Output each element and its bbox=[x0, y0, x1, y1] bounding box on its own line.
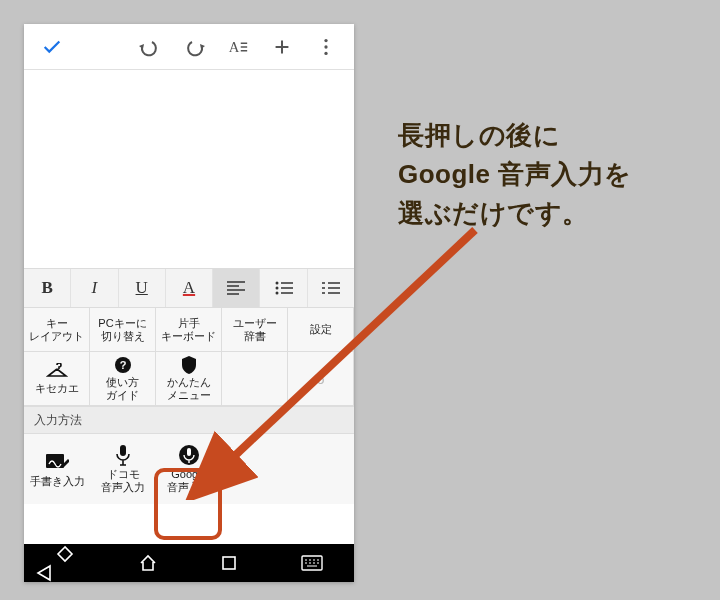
format-toolbar: B I U A bbox=[24, 268, 354, 308]
svg-rect-12 bbox=[187, 448, 191, 456]
ime-kisekae[interactable]: キセカエ bbox=[24, 352, 90, 406]
handwriting-icon bbox=[45, 451, 69, 473]
numbered-list-button[interactable] bbox=[308, 269, 354, 307]
undo-button[interactable] bbox=[130, 27, 170, 67]
document-area[interactable] bbox=[24, 70, 354, 268]
ime-docomo-voice[interactable]: ドコモ 音声入力 bbox=[90, 434, 156, 504]
svg-point-3 bbox=[324, 51, 327, 54]
ime-handwriting[interactable]: 手書き入力 bbox=[24, 434, 90, 504]
ime-google-voice[interactable]: Google 音声入力 bbox=[156, 434, 222, 504]
nav-home-button[interactable] bbox=[138, 553, 158, 573]
annotation-line: 選ぶだけです。 bbox=[398, 194, 632, 233]
nav-recent-button[interactable] bbox=[220, 554, 238, 572]
ime-one-hand[interactable]: 片手 キーボード bbox=[156, 308, 222, 352]
ime-panel: キー レイアウト PCキーに 切り替え 片手 キーボード ユーザー 辞書 設定 … bbox=[24, 308, 354, 504]
svg-rect-9 bbox=[46, 454, 64, 468]
mic-filled-icon bbox=[178, 444, 200, 466]
ime-key-6[interactable]: 6 bbox=[288, 352, 354, 406]
annotation-line: 長押しの後に bbox=[398, 116, 632, 155]
ime-key-layout[interactable]: キー レイアウト bbox=[24, 308, 90, 352]
svg-point-6 bbox=[275, 292, 278, 295]
ime-settings[interactable]: 設定 bbox=[288, 308, 354, 352]
text-color-label: A bbox=[183, 278, 195, 298]
svg-point-5 bbox=[275, 287, 278, 290]
svg-text:?: ? bbox=[119, 359, 126, 371]
underline-button[interactable]: U bbox=[119, 269, 166, 307]
ime-method-blank-1[interactable] bbox=[222, 434, 288, 504]
text-format-button[interactable]: A bbox=[218, 27, 258, 67]
shield-icon bbox=[181, 356, 197, 374]
ime-input-methods-row: 手書き入力 ドコモ 音声入力 Google 音声入力 bbox=[24, 434, 354, 504]
add-button[interactable] bbox=[262, 27, 302, 67]
ime-section-header-label: 入力方法 bbox=[34, 412, 82, 429]
svg-point-4 bbox=[275, 282, 278, 285]
bold-button[interactable]: B bbox=[24, 269, 71, 307]
text-color-button[interactable]: A bbox=[166, 269, 213, 307]
ime-key-blank-1[interactable] bbox=[222, 352, 288, 406]
svg-point-1 bbox=[324, 38, 327, 41]
mic-icon bbox=[115, 444, 131, 466]
align-left-button[interactable] bbox=[213, 269, 260, 307]
svg-point-2 bbox=[324, 45, 327, 48]
hanger-icon bbox=[46, 362, 68, 380]
confirm-button[interactable] bbox=[32, 27, 72, 67]
annotation-line: Google 音声入力を bbox=[398, 155, 632, 194]
redo-button[interactable] bbox=[174, 27, 214, 67]
bullet-list-button[interactable] bbox=[260, 269, 307, 307]
ime-user-dict[interactable]: ユーザー 辞書 bbox=[222, 308, 288, 352]
nav-back-button[interactable] bbox=[55, 544, 75, 582]
android-nav-bar bbox=[24, 544, 354, 582]
annotation-text: 長押しの後に Google 音声入力を 選ぶだけです。 bbox=[398, 116, 632, 233]
app-bar: A bbox=[24, 24, 354, 70]
nav-keyboard-button[interactable] bbox=[301, 555, 323, 571]
svg-rect-10 bbox=[120, 445, 126, 456]
ime-method-blank-2[interactable] bbox=[288, 434, 354, 504]
ime-easy-menu[interactable]: かんたん メニュー bbox=[156, 352, 222, 406]
svg-text:A: A bbox=[229, 38, 240, 54]
italic-button[interactable]: I bbox=[71, 269, 118, 307]
ime-usage-guide[interactable]: ? 使い方 ガイド bbox=[90, 352, 156, 406]
ime-pc-key-switch[interactable]: PCキーに 切り替え bbox=[90, 308, 156, 352]
ime-section-header: 入力方法 bbox=[24, 406, 354, 434]
overflow-menu-button[interactable] bbox=[306, 27, 346, 67]
question-icon: ? bbox=[114, 356, 132, 374]
phone-frame: A B I U A キー レイアウト PCキーに 切り替え 片手 キーボード bbox=[24, 24, 354, 582]
svg-rect-13 bbox=[223, 557, 235, 569]
